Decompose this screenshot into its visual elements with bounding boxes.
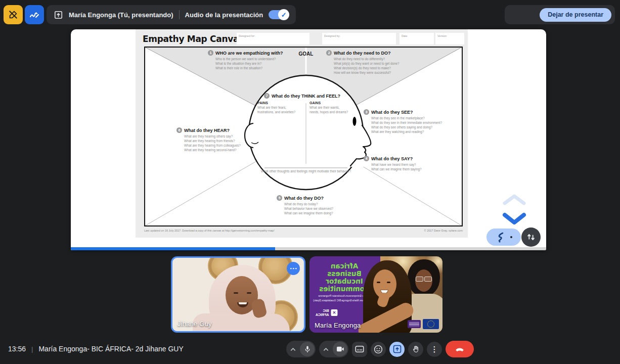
logo-mark: ✕	[331, 309, 337, 316]
canvas-footer-left: Last updated on 16 July 2017. Download a…	[144, 229, 274, 232]
text-line: needs, hopes and dreams?	[309, 110, 358, 114]
gains-label: GAINS	[309, 101, 358, 105]
text-line: What is their role in the situation?	[215, 66, 283, 70]
text-line: What job(s) do they want or need to get …	[334, 61, 400, 66]
section-number-badge: 6	[176, 127, 182, 133]
participant-tile-jihane[interactable]: ⋯ Jihane Guy	[171, 256, 305, 333]
camera-options-chevron-icon	[323, 347, 329, 351]
text-line: What do they see others saying and doing…	[371, 125, 442, 129]
section-questions: Who is the person we want to understand?…	[215, 57, 283, 70]
laser-pointer-button[interactable]	[486, 229, 521, 246]
eu-stars	[427, 321, 434, 328]
annotation-off-button[interactable]	[4, 5, 23, 24]
chevron-down-icon	[502, 211, 526, 225]
pointer-menu-dot	[510, 236, 512, 238]
presentation-audio-label: Audio de la presentación	[185, 11, 263, 19]
more-options-button[interactable]: ⋮	[427, 342, 442, 357]
participant-name-label: María Engonga	[315, 322, 361, 329]
person-eye	[247, 292, 251, 294]
scroll-mode-button[interactable]	[521, 228, 541, 247]
section-number-badge: 7	[264, 93, 270, 99]
microphone-icon	[304, 345, 311, 353]
empathy-map-diagram: GOAL 1 WHO are we empathizing with? Who …	[144, 47, 463, 226]
captions-button[interactable]	[352, 342, 367, 357]
clock: 13:56	[8, 345, 26, 353]
microphone-button[interactable]	[286, 341, 316, 357]
gains-text: What are their wants,needs, hopes and dr…	[309, 105, 358, 114]
section-heading: WHO are we empathizing with?	[215, 51, 283, 56]
section-number-badge: 2	[326, 50, 332, 56]
text-line: What are they hearing from colleagues?	[184, 143, 241, 148]
field-version: Version	[435, 33, 464, 44]
section-heading: What do they SEE?	[371, 110, 413, 115]
logo-text: BIC AFRICA	[316, 309, 329, 316]
section-heading: What do they DO?	[284, 196, 324, 201]
pen-slash-icon	[8, 9, 19, 20]
text-line: What have we heard them say?	[371, 162, 421, 167]
top-right-pill: Dejar de presentar	[505, 5, 615, 24]
slide-scroll-fill	[71, 247, 275, 250]
field-date: Date	[400, 33, 434, 44]
text-line: What is the situation they are in?	[215, 61, 283, 66]
section-see: 3 What do they SEE? What do they see in …	[364, 109, 442, 134]
text-line: What are their fears,	[257, 105, 305, 110]
divider	[179, 10, 180, 19]
funder-credit-box	[408, 320, 421, 328]
person-eye	[234, 292, 238, 294]
text-line: What can we imagine them saying?	[371, 167, 421, 171]
section-heading: What do they THINK and FEEL?	[272, 94, 340, 99]
presenting-status-pill: María Engonga (Tú, presentando) Audio de…	[47, 5, 296, 24]
scroll-down-button[interactable]	[502, 211, 526, 228]
text-line: How will we know they were successful?	[334, 70, 400, 75]
section-heading: What do they HEAR?	[184, 128, 230, 133]
raise-hand-button[interactable]	[408, 342, 423, 357]
text-line: What are they hearing from friends?	[184, 139, 241, 143]
empathy-map-document: Empathy Map Canvas Designed for: Designe…	[136, 29, 468, 238]
bic-africa-logo-mirrored: ✕ BIC AFRICA	[316, 309, 337, 316]
annotation-pen-button[interactable]	[25, 5, 44, 24]
presentation-audio-toggle[interactable]: ✓	[269, 10, 289, 19]
section-need-do: 2 What do they need to DO? What do they …	[326, 50, 400, 75]
text-line: What decision(s) do they need to make?	[334, 66, 400, 70]
section-hear: 6 What do they HEAR? What are they heari…	[176, 127, 241, 153]
participant-tile-maria[interactable]: African Business Incubator Communities F…	[309, 256, 442, 333]
stop-presenting-button[interactable]: Dejar de presentar	[540, 8, 611, 22]
smiley-icon	[374, 345, 383, 354]
present-now-button-active[interactable]	[389, 342, 405, 357]
canvas-title: Empathy Map Canvas	[143, 34, 244, 44]
pains-column: PAINS What are their fears,frustrations,…	[257, 101, 305, 114]
eu-flag	[423, 319, 439, 329]
section-number-badge: 1	[208, 50, 213, 56]
pains-label: PAINS	[257, 101, 305, 105]
presenter-label: María Engonga (Tú, presentando)	[69, 11, 173, 19]
end-call-icon	[454, 344, 465, 355]
mic-options-chevron-icon	[290, 347, 296, 351]
meeting-info: 13:56 | María Engonga- BIC ÁFRICA- 2d Ji…	[8, 345, 184, 353]
text-line: What do they see in their immediate envi…	[371, 120, 442, 125]
divider: |	[31, 345, 33, 353]
text-line: What are they watching and reading?	[371, 129, 442, 134]
text-line: What do they do today?	[284, 202, 333, 206]
reactions-button[interactable]	[371, 342, 386, 357]
captions-icon	[355, 345, 364, 353]
field-designed-by: Designed by:	[322, 33, 396, 44]
camera-button[interactable]	[319, 341, 348, 357]
gains-column: GAINS What are their wants,needs, hopes …	[309, 101, 358, 114]
field-designed-for: Designed for:	[237, 33, 309, 44]
up-down-arrows-icon	[525, 232, 537, 243]
present-screen-icon	[54, 10, 63, 20]
text-line: Who is the person we want to understand?	[215, 57, 283, 61]
woman1-eye	[387, 282, 390, 283]
pains-text: What are their fears,frustrations, and a…	[257, 105, 305, 114]
chevron-up-icon	[502, 193, 526, 206]
tile-more-options-button[interactable]: ⋯	[287, 262, 300, 275]
goal-label: GOAL	[299, 51, 314, 57]
end-call-button[interactable]	[446, 341, 474, 357]
section-who: 1 WHO are we empathizing with? Who is th…	[208, 50, 283, 70]
scroll-up-button[interactable]	[502, 193, 526, 208]
slide-scroll-bar[interactable]	[71, 247, 546, 250]
hand-icon	[412, 345, 420, 353]
present-screen-icon	[393, 345, 402, 353]
text-line: What behavior have we observed?	[284, 206, 333, 211]
toggle-check-icon: ✓	[278, 9, 289, 20]
